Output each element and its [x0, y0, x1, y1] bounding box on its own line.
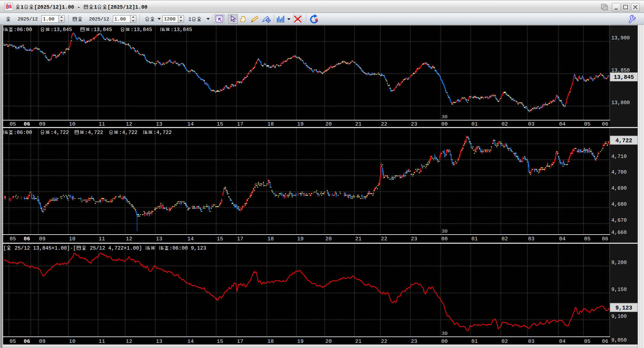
svg-text:19: 19: [297, 121, 304, 127]
svg-text:4,660: 4,660: [611, 230, 627, 236]
svg-text:09: 09: [39, 121, 45, 127]
svg-text:9,100: 9,100: [611, 314, 627, 319]
svg-text:03: 03: [528, 236, 534, 242]
svg-text:13: 13: [156, 338, 162, 344]
svg-text:05: 05: [10, 236, 16, 242]
svg-text::06:00 9,123: :06:00 9,123: [169, 245, 206, 251]
svg-text:04: 04: [559, 338, 566, 344]
svg-text:02: 02: [501, 338, 508, 344]
svg-text::13,845: :13,845: [171, 27, 192, 33]
svg-text:13: 13: [156, 236, 162, 242]
svg-text:00: 00: [441, 121, 448, 127]
svg-text:10: 10: [69, 236, 76, 242]
svg-text:17: 17: [237, 236, 243, 242]
svg-text:02: 02: [501, 236, 508, 242]
svg-text:13,845: 13,845: [614, 74, 634, 80]
svg-text:9,200: 9,200: [611, 260, 627, 266]
svg-text:23: 23: [411, 236, 417, 242]
svg-text:[: [: [3, 245, 6, 251]
svg-text:06: 06: [602, 236, 608, 242]
svg-text:21: 21: [355, 236, 362, 242]
svg-text:05: 05: [584, 121, 591, 127]
svg-text:17: 17: [237, 121, 243, 127]
svg-text:4,722: 4,722: [615, 137, 632, 144]
svg-text::4,722: :4,722: [153, 130, 172, 136]
svg-text:03: 03: [528, 338, 534, 344]
svg-text:14: 14: [187, 121, 194, 127]
svg-text:9,050: 9,050: [611, 337, 627, 343]
svg-text:01: 01: [471, 338, 478, 344]
svg-text:30: 30: [442, 114, 448, 120]
svg-text:23: 23: [411, 338, 417, 344]
svg-text:1: 1: [188, 17, 192, 22]
svg-text:19: 19: [297, 236, 304, 242]
svg-text::06:00: :06:00: [14, 130, 32, 136]
svg-text:01: 01: [471, 236, 478, 242]
svg-text:06: 06: [602, 338, 608, 344]
svg-text:06: 06: [602, 121, 608, 127]
svg-text:00: 00: [441, 236, 448, 242]
svg-text:13,900: 13,900: [611, 35, 630, 41]
svg-text:18: 18: [267, 121, 274, 127]
svg-text:1200: 1200: [164, 17, 175, 22]
svg-text:4,680: 4,680: [611, 202, 627, 207]
svg-text:22: 22: [381, 338, 387, 344]
svg-text:02: 02: [501, 121, 508, 127]
svg-text:20: 20: [325, 338, 332, 344]
svg-text:25/12 4,722×1.00]: 25/12 4,722×1.00]: [87, 245, 145, 251]
svg-text:30: 30: [442, 331, 448, 336]
svg-text:1: 1: [94, 4, 97, 10]
svg-text::4,722: :4,722: [119, 130, 138, 136]
svg-text:14: 14: [187, 338, 194, 344]
svg-text:2025/12: 2025/12: [18, 17, 38, 22]
svg-text:9,150: 9,150: [611, 287, 627, 293]
svg-text:05: 05: [10, 121, 16, 127]
svg-text:4,690: 4,690: [611, 186, 627, 191]
svg-text:18: 18: [267, 338, 274, 344]
svg-text:12: 12: [126, 236, 132, 242]
svg-text:4,710: 4,710: [611, 154, 627, 160]
svg-text:4,670: 4,670: [611, 218, 627, 223]
svg-text:06: 06: [24, 338, 30, 344]
svg-text:25/12 13,845×1.00]-[: 25/12 13,845×1.00]-[: [12, 245, 76, 251]
svg-text:11: 11: [99, 121, 105, 127]
svg-text:06: 06: [24, 121, 30, 127]
svg-text:22: 22: [381, 121, 387, 127]
svg-text:00: 00: [441, 338, 448, 344]
svg-text:12: 12: [126, 338, 132, 344]
svg-text::13,845: :13,845: [131, 27, 152, 33]
svg-text:21: 21: [355, 338, 362, 344]
svg-text:13: 13: [156, 121, 162, 127]
svg-text:04: 04: [559, 236, 566, 242]
svg-text:17: 17: [237, 338, 243, 344]
svg-text::13,845: :13,845: [91, 27, 112, 33]
svg-text:21: 21: [355, 121, 362, 127]
svg-text:20: 20: [325, 236, 332, 242]
svg-text:15: 15: [217, 338, 223, 344]
svg-text:13,800: 13,800: [611, 100, 630, 106]
svg-text::06:00: :06:00: [14, 27, 32, 33]
svg-text:[2025/12]1.00 -: [2025/12]1.00 -: [34, 4, 84, 10]
svg-text:09: 09: [39, 338, 45, 344]
svg-text:30: 30: [442, 228, 448, 234]
svg-text:05: 05: [10, 338, 16, 344]
svg-text:10: 10: [69, 338, 76, 344]
svg-text::13,845: :13,845: [51, 27, 72, 33]
svg-text:14: 14: [187, 236, 194, 242]
svg-text:1.00: 1.00: [43, 17, 54, 22]
svg-text:12: 12: [126, 121, 132, 127]
svg-text:05: 05: [584, 338, 591, 344]
svg-text:1: 1: [20, 4, 24, 10]
svg-text:11: 11: [99, 338, 105, 344]
svg-text:03: 03: [528, 121, 534, 127]
svg-text:20: 20: [325, 121, 332, 127]
svg-text::4,722: :4,722: [85, 130, 103, 136]
svg-text:06: 06: [24, 236, 30, 242]
svg-text:18: 18: [267, 236, 274, 242]
svg-text:22: 22: [381, 236, 387, 242]
svg-text:9,123: 9,123: [615, 305, 632, 311]
svg-text:01: 01: [471, 121, 478, 127]
svg-text:05: 05: [584, 236, 591, 242]
svg-text:19: 19: [297, 338, 304, 344]
svg-text:09: 09: [39, 236, 45, 242]
